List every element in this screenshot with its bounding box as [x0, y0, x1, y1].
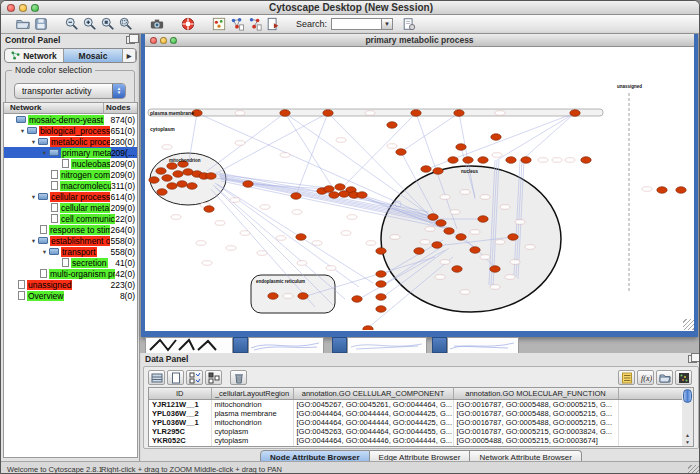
attribute-table[interactable]: ID_cellularLayoutRegionannotation.GO CEL… [148, 387, 684, 447]
table-row[interactable]: YPL036W__1mitochondrion[GO:0044464, GO:0… [149, 418, 683, 427]
tree-row[interactable]: Overview8(0) [4, 290, 137, 301]
column-header[interactable]: ID [149, 388, 211, 399]
expand-arrow-icon[interactable]: ▼ [29, 194, 38, 200]
expand-arrow-icon[interactable]: ▼ [29, 139, 38, 145]
column-select-button[interactable] [148, 370, 165, 385]
canvas-resize-grip[interactable] [683, 319, 694, 330]
zoom-fit-button[interactable] [100, 16, 116, 32]
tree-row[interactable]: ▼metabolic process280(0) [4, 136, 137, 147]
gene-node[interactable] [187, 183, 197, 190]
gene-node[interactable] [376, 294, 386, 301]
annotate-button[interactable] [401, 16, 417, 32]
gene-node[interactable] [157, 189, 167, 196]
gene-node[interactable] [414, 248, 424, 255]
select-attributes-button[interactable] [186, 370, 203, 385]
gene-node[interactable] [387, 122, 397, 129]
unselect-attributes-button[interactable] [205, 370, 222, 385]
gene-node[interactable] [204, 206, 214, 213]
tree-row[interactable]: secretion41(0) [4, 257, 137, 268]
gene-node[interactable] [411, 110, 421, 117]
background-window-fragment[interactable] [347, 337, 427, 353]
gene-node[interactable] [156, 168, 166, 175]
gene-node[interactable] [376, 271, 386, 278]
gene-node[interactable] [173, 171, 183, 178]
table-scrollbar[interactable]: ▲▼ [682, 387, 694, 447]
import-attributes-button[interactable] [656, 370, 673, 385]
tree-row[interactable]: multi-organism pro42(0) [4, 268, 137, 279]
gene-node[interactable] [268, 293, 278, 300]
tree-row[interactable]: ▼biological_process651(0) [4, 125, 137, 136]
gene-node[interactable] [454, 110, 464, 117]
gene-node[interactable] [456, 144, 466, 151]
new-attribute-button[interactable] [167, 370, 184, 385]
gene-node[interactable] [456, 234, 466, 241]
tree-row[interactable]: ▼primary metabo209(... [4, 147, 137, 158]
scrollbar-arrows[interactable]: ▲▼ [682, 432, 693, 446]
tree-row[interactable]: response to stimulu264(0) [4, 224, 137, 235]
gene-node[interactable] [508, 234, 518, 241]
gene-node[interactable] [324, 186, 334, 193]
table-row[interactable]: YLR295Ccytoplasm[GO:0045263, GO:0044464,… [149, 427, 683, 436]
tree-row[interactable]: mosaic-demo-yeast874(0) [4, 114, 137, 125]
gene-node[interactable] [149, 177, 159, 184]
network-canvas[interactable]: plasma membrane cytoplasm mitochondrion … [145, 47, 694, 330]
expand-arrow-icon[interactable]: ▼ [29, 238, 38, 244]
search-dropdown-arrow[interactable]: ▼ [381, 18, 393, 30]
background-window-edge[interactable] [233, 337, 248, 353]
tree-row[interactable]: ▼establishment of lo558(0) [4, 235, 137, 246]
network-tool-b-button[interactable] [247, 16, 263, 32]
expand-arrow-icon[interactable]: ▼ [40, 150, 49, 156]
tree-row[interactable]: unassigned223(0) [4, 279, 137, 290]
background-window-edge[interactable] [332, 337, 347, 353]
tree-row[interactable]: ▼transport558(0) [4, 246, 137, 257]
gene-node[interactable] [490, 266, 500, 273]
gene-node[interactable] [323, 110, 333, 117]
tree-row[interactable]: nitrogen compo209(0) [4, 169, 137, 180]
column-header[interactable]: annotation.GO CELLULAR_COMPONENT [293, 388, 453, 399]
matrix-button[interactable] [675, 370, 692, 385]
column-header[interactable]: _cellularLayoutRegion [211, 388, 293, 399]
gene-node[interactable] [491, 134, 501, 141]
gene-node[interactable] [570, 110, 580, 117]
network-window-titlebar[interactable]: primary metabolic process [145, 34, 694, 47]
table-row[interactable]: YJR121W__1mitochondrion[GO:0045267, GO:0… [149, 399, 683, 409]
gene-node[interactable] [470, 247, 480, 254]
table-row[interactable]: YDR039C__1mitochondrion[GO:0044464, GO:0… [149, 445, 683, 448]
gene-node[interactable] [167, 163, 177, 170]
gene-node[interactable] [291, 193, 301, 200]
window-resize-grip[interactable] [688, 465, 700, 474]
save-button[interactable] [33, 16, 49, 32]
gene-node[interactable] [428, 214, 438, 221]
gene-node[interactable] [357, 192, 367, 199]
gene-node[interactable] [352, 296, 362, 303]
float-panel-icon[interactable] [688, 355, 697, 363]
gene-node[interactable] [478, 216, 488, 223]
gene-node[interactable] [433, 168, 443, 175]
table-row[interactable]: YPL036W__2plasma membrane[GO:0044464, GO… [149, 409, 683, 418]
gene-node[interactable] [363, 326, 373, 330]
gene-node[interactable] [581, 157, 591, 164]
zoom-out-button[interactable] [64, 16, 80, 32]
tab-overflow-arrow[interactable]: ▶ [123, 49, 136, 62]
table-row[interactable]: YKR052Ccytoplasm[GO:0044464, GO:0044446,… [149, 436, 683, 445]
gene-node[interactable] [335, 184, 345, 191]
background-window-fragment[interactable] [145, 337, 233, 353]
background-window-fragment[interactable] [447, 337, 519, 353]
color-attribute-dropdown[interactable]: transporter activity [14, 83, 126, 99]
open-button[interactable] [15, 16, 31, 32]
vizmap-icon-button[interactable] [211, 16, 227, 32]
background-window-edge[interactable] [432, 337, 447, 353]
tree-row[interactable]: ▼cellular process614(0) [4, 191, 137, 202]
tree-row[interactable]: cell communicat22(0) [4, 213, 137, 224]
network-tool-a-button[interactable] [229, 16, 245, 32]
zoom-selected-button[interactable] [118, 16, 134, 32]
gene-node[interactable] [436, 220, 446, 227]
expand-arrow-icon[interactable]: ▼ [18, 128, 27, 134]
gene-node[interactable] [243, 181, 253, 188]
attribute-list-button[interactable] [618, 370, 635, 385]
gene-node[interactable] [657, 187, 667, 194]
gene-node[interactable] [298, 293, 308, 300]
gene-node[interactable] [376, 248, 386, 255]
gene-node[interactable] [206, 173, 216, 180]
tree-row[interactable]: macromolecule311(0) [4, 180, 137, 191]
